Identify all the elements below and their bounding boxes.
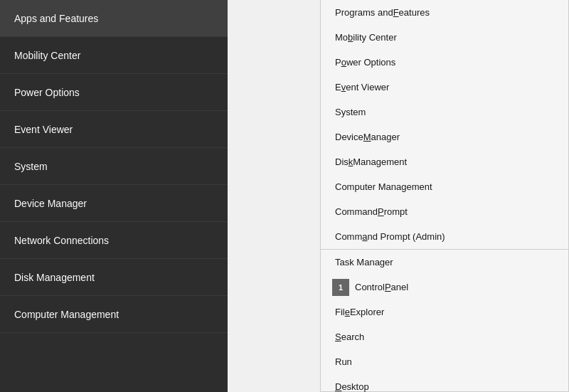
right-menu-item-power-options[interactable]: Power Options: [321, 50, 568, 75]
right-menu-item-disk-management[interactable]: Disk Management: [321, 149, 568, 174]
right-menu-item-command-prompt-admin[interactable]: Command Prompt (Admin): [321, 224, 568, 249]
right-menu-item-run[interactable]: Run: [321, 349, 568, 374]
right-menu-item-system[interactable]: System: [321, 100, 568, 125]
right-menu-badge-row: 1Control Panel: [321, 275, 568, 300]
left-menu-item-network-connections[interactable]: Network Connections: [0, 222, 228, 259]
left-menu-item-event-viewer[interactable]: Event Viewer: [0, 111, 228, 148]
badge-number: 1: [332, 279, 349, 296]
left-menu-item-mobility-center[interactable]: Mobility Center: [0, 37, 228, 74]
right-menu-item-control-panel[interactable]: Control Panel: [349, 275, 568, 300]
right-menu-item-programs-features[interactable]: Programs and Features: [321, 0, 568, 25]
right-context-menu: Programs and FeaturesMobility CenterPowe…: [320, 0, 569, 392]
right-menu-item-device-manager[interactable]: Device Manager: [321, 125, 568, 149]
right-menu-item-mobility-center[interactable]: Mobility Center: [321, 25, 568, 50]
right-menu-bottom-group: Task Manager1Control PanelFile ExplorerS…: [321, 250, 568, 392]
right-menu-item-desktop[interactable]: Desktop: [321, 374, 568, 392]
right-menu-item-task-manager[interactable]: Task Manager: [321, 250, 568, 275]
right-menu-item-event-viewer[interactable]: Event Viewer: [321, 75, 568, 100]
right-menu-item-command-prompt[interactable]: Command Prompt: [321, 199, 568, 224]
left-menu-item-computer-management[interactable]: Computer Management: [0, 296, 228, 333]
left-menu-item-system[interactable]: System: [0, 148, 228, 185]
left-context-menu: Apps and FeaturesMobility CenterPower Op…: [0, 0, 228, 392]
right-menu-item-file-explorer[interactable]: File Explorer: [321, 300, 568, 324]
right-menu-item-computer-management[interactable]: Computer Management: [321, 174, 568, 199]
left-menu-item-device-manager[interactable]: Device Manager: [0, 185, 228, 222]
left-menu-item-disk-management[interactable]: Disk Management: [0, 259, 228, 296]
left-menu-item-power-options[interactable]: Power Options: [0, 74, 228, 111]
right-menu-item-search[interactable]: Search: [321, 324, 568, 349]
left-menu-item-apps-features[interactable]: Apps and Features: [0, 0, 228, 37]
right-menu-top-group: Programs and FeaturesMobility CenterPowe…: [321, 0, 568, 250]
